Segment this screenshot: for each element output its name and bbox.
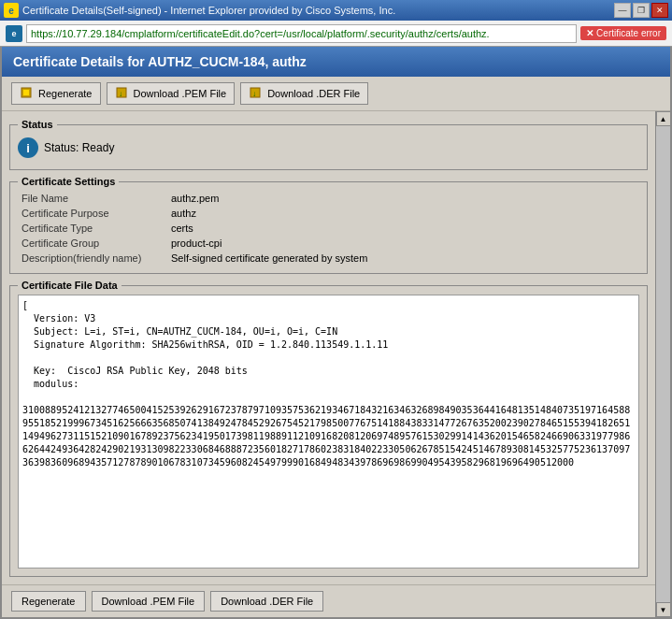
cert-field-row: Certificate Typecerts	[18, 221, 639, 236]
scroll-down-arrow[interactable]: ▼	[656, 602, 671, 617]
cert-error-text: Certificate error	[596, 28, 661, 38]
cert-field-value: Self-signed certificate generated by sys…	[167, 251, 639, 266]
title-bar-controls: — ❐ ✕	[614, 3, 668, 18]
status-content: i Status: Ready	[18, 134, 639, 162]
download-der-icon: ↓	[249, 86, 264, 101]
cert-data-legend: Certificate File Data	[18, 280, 122, 291]
download-pem-button[interactable]: ↓ Download .PEM File	[107, 82, 236, 105]
cert-data-fieldset: Certificate File Data	[9, 280, 648, 577]
bottom-regenerate-label: Regenerate	[21, 596, 76, 607]
bottom-toolbar: Regenerate Download .PEM File Download .…	[2, 584, 655, 617]
main-body: Status i Status: Ready Certificate Setti…	[2, 111, 670, 617]
bottom-regenerate-button[interactable]: Regenerate	[11, 591, 86, 612]
download-pem-icon: ↓	[115, 86, 130, 101]
page-title: Certificate Details for AUTHZ_CUCM-184, …	[13, 54, 307, 69]
status-legend: Status	[18, 119, 57, 130]
cert-field-name: Certificate Type	[18, 221, 167, 236]
top-toolbar: Regenerate ↓ Download .PEM File ↓ Downlo…	[2, 77, 670, 111]
svg-text:↓: ↓	[252, 90, 256, 98]
status-value: Status: Ready	[44, 141, 114, 154]
cert-data-textarea[interactable]	[18, 295, 639, 569]
cert-settings-fieldset: Certificate Settings File Nameauthz.pemC…	[9, 176, 648, 274]
minimize-button[interactable]: —	[614, 3, 631, 18]
cert-field-name: Certificate Group	[18, 236, 167, 251]
main-content: Status i Status: Ready Certificate Setti…	[2, 111, 655, 617]
regenerate-label: Regenerate	[38, 88, 93, 99]
cert-field-value: certs	[167, 221, 639, 236]
cert-field-row: Certificate Groupproduct-cpi	[18, 236, 639, 251]
regenerate-button[interactable]: Regenerate	[11, 82, 101, 105]
scroll-up-arrow[interactable]: ▲	[656, 111, 671, 126]
cert-field-row: Description(friendly name)Self-signed ce…	[18, 251, 639, 266]
bottom-download-pem-button[interactable]: Download .PEM File	[92, 591, 206, 612]
title-bar-left: e Certificate Details(Self-signed) - Int…	[4, 3, 395, 18]
browser-icon: e	[6, 25, 22, 42]
download-pem-label: Download .PEM File	[134, 88, 227, 99]
bottom-download-der-button[interactable]: Download .DER File	[210, 591, 323, 612]
cert-field-row: Certificate Purposeauthz	[18, 206, 639, 221]
page-header: Certificate Details for AUTHZ_CUCM-184, …	[2, 47, 670, 77]
address-bar: e https://10.77.29.184/cmplatform/certif…	[0, 21, 672, 47]
svg-text:↓: ↓	[119, 90, 122, 98]
info-icon: i	[18, 137, 38, 158]
cert-error-x-icon: ✕	[586, 28, 593, 38]
cert-field-value: authz	[167, 206, 639, 221]
bottom-download-pem-label: Download .PEM File	[102, 596, 195, 607]
cert-error-badge: ✕ Certificate error	[580, 26, 666, 40]
bottom-download-der-label: Download .DER File	[221, 596, 313, 607]
regenerate-icon	[20, 86, 35, 101]
cert-field-value: product-cpi	[167, 236, 639, 251]
main-window: Certificate Details for AUTHZ_CUCM-184, …	[0, 47, 672, 619]
close-button[interactable]: ✕	[651, 3, 668, 18]
url-text: https://10.77.29.184/cmplatform/certific…	[31, 28, 490, 39]
status-fieldset: Status i Status: Ready	[9, 119, 648, 170]
outer-scrollbar[interactable]: ▲ ▼	[655, 111, 670, 617]
download-der-label: Download .DER File	[267, 88, 360, 99]
content-area: Status i Status: Ready Certificate Setti…	[2, 111, 655, 584]
cert-settings-legend: Certificate Settings	[18, 176, 119, 187]
cert-field-name: File Name	[18, 191, 167, 206]
cert-field-row: File Nameauthz.pem	[18, 191, 639, 206]
download-der-button[interactable]: ↓ Download .DER File	[240, 82, 368, 105]
cert-field-name: Certificate Purpose	[18, 206, 167, 221]
ie-icon: e	[4, 3, 19, 18]
title-bar: e Certificate Details(Self-signed) - Int…	[0, 0, 672, 21]
address-url[interactable]: https://10.77.29.184/cmplatform/certific…	[26, 24, 577, 43]
svg-rect-1	[23, 90, 29, 95]
window-title: Certificate Details(Self-signed) - Inter…	[22, 5, 395, 16]
restore-button[interactable]: ❐	[633, 3, 650, 18]
cert-field-value: authz.pem	[167, 191, 639, 206]
cert-field-name: Description(friendly name)	[18, 251, 167, 266]
cert-settings-table: File Nameauthz.pemCertificate Purposeaut…	[18, 191, 639, 266]
